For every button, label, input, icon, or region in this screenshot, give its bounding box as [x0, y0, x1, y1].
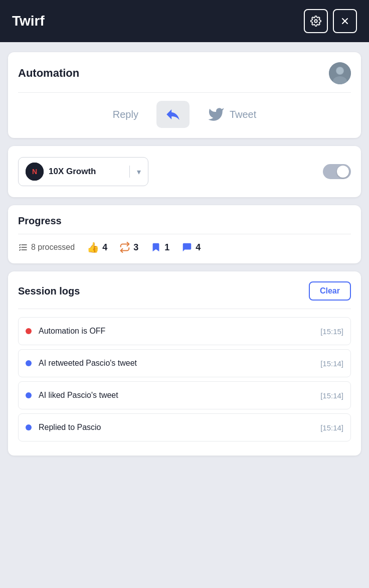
session-logs-card: Session logs Clear Automation is OFF [15…: [8, 271, 361, 456]
app-title: Twirf: [12, 13, 45, 29]
log-time: [15:14]: [320, 391, 343, 400]
bookmarks-value: 1: [164, 242, 169, 253]
log-list: Automation is OFF [15:15] AI retweeted P…: [18, 317, 351, 446]
retweet-icon: [119, 242, 130, 253]
log-time: [15:15]: [320, 327, 343, 336]
svg-point-6: [336, 67, 343, 74]
settings-button[interactable]: [304, 9, 328, 33]
log-dot: [26, 328, 32, 334]
log-time: [15:14]: [320, 423, 343, 432]
log-item: Replied to Pascio [15:14]: [18, 413, 351, 442]
automation-card: Automation Reply: [8, 52, 361, 138]
account-card: N 10X Growth ▾: [8, 146, 361, 197]
log-text: Replied to Pascio: [39, 423, 101, 432]
likes-value: 4: [102, 242, 107, 253]
log-text: AI liked Pascio's tweet: [39, 391, 118, 400]
log-item: Automation is OFF [15:15]: [18, 317, 351, 345]
account-name: 10X Growth: [49, 167, 122, 177]
close-icon: [340, 16, 350, 26]
log-time: [15:14]: [320, 359, 343, 368]
comments-value: 4: [196, 242, 201, 253]
toggle-knob: [337, 166, 349, 178]
reply-tab-label: Reply: [113, 109, 138, 120]
user-avatar[interactable]: [329, 62, 351, 84]
svg-text:N: N: [32, 168, 37, 176]
tweet-tab-label: Tweet: [230, 109, 256, 120]
svg-point-0: [314, 20, 317, 23]
automation-tabs: Reply Tweet: [18, 101, 351, 128]
like-icon: 👍: [87, 241, 99, 253]
account-divider: [129, 166, 130, 178]
log-dot: [26, 360, 32, 366]
processed-label: 8 processed: [31, 243, 75, 252]
header-actions: [304, 9, 357, 33]
main-content: Automation Reply: [0, 42, 369, 466]
progress-title: Progress: [18, 215, 351, 234]
retweets-stat: 3: [119, 242, 138, 253]
account-row: N 10X Growth ▾: [18, 153, 351, 190]
bookmark-icon: [150, 242, 161, 253]
retweets-value: 3: [133, 242, 138, 253]
progress-stats: 8 processed 👍 4 3 1: [18, 241, 351, 253]
log-left: AI retweeted Pascio's tweet: [26, 359, 137, 368]
account-avatar: N: [26, 163, 44, 181]
likes-stat: 👍 4: [87, 241, 107, 253]
tab-reply-active[interactable]: [156, 101, 190, 128]
account-selector[interactable]: N 10X Growth ▾: [18, 157, 148, 186]
reply-icon: [164, 106, 181, 123]
processed-stat: 8 processed: [18, 242, 75, 252]
tab-tweet[interactable]: Tweet: [200, 101, 264, 128]
log-text: AI retweeted Pascio's tweet: [39, 359, 137, 368]
automation-title: Automation: [18, 67, 79, 80]
log-dot: [26, 392, 32, 398]
clear-button[interactable]: Clear: [309, 281, 351, 301]
app-header: Twirf: [0, 0, 369, 42]
tab-reply[interactable]: Reply: [105, 104, 146, 125]
account-avatar-image: N: [26, 163, 44, 181]
twitter-icon: [208, 106, 225, 123]
session-logs-header: Session logs Clear: [18, 281, 351, 309]
comments-stat: 4: [181, 242, 201, 253]
progress-card: Progress 8 processed 👍 4 3: [8, 205, 361, 263]
automation-toggle[interactable]: [323, 164, 351, 179]
automation-header: Automation: [18, 62, 351, 93]
comment-icon: [181, 242, 193, 253]
log-left: AI liked Pascio's tweet: [26, 391, 118, 400]
session-logs-title: Session logs: [18, 285, 80, 297]
log-dot: [26, 424, 32, 430]
chevron-down-icon: ▾: [137, 167, 141, 177]
log-item: AI retweeted Pascio's tweet [15:14]: [18, 349, 351, 377]
gear-icon: [310, 16, 321, 27]
close-button[interactable]: [333, 9, 357, 33]
log-left: Automation is OFF: [26, 327, 105, 336]
log-left: Replied to Pascio: [26, 423, 101, 432]
bookmarks-stat: 1: [150, 242, 169, 253]
log-text: Automation is OFF: [39, 327, 105, 336]
log-item: AI liked Pascio's tweet [15:14]: [18, 381, 351, 409]
processed-icon: [18, 242, 28, 252]
avatar-image: [329, 62, 351, 84]
